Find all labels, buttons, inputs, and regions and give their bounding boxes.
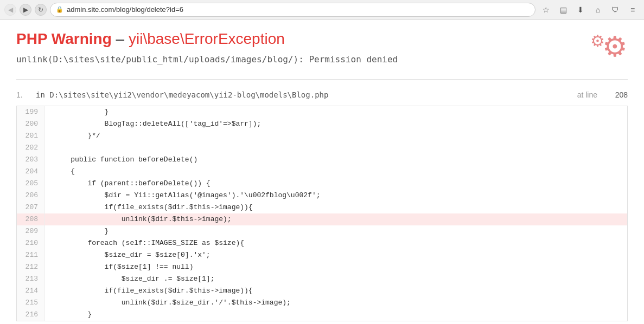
code-line: 213 $size_dir .= $size[1]; [17,273,627,285]
line-content: } [45,309,96,321]
line-number: 215 [17,297,45,309]
line-content: if(file_exists($dir.$this->image)){ [45,202,257,213]
trace-item: 1. in D:\sites\site\yii2\vendor\medeyaco… [16,90,628,99]
line-content: BlogTag::deleteAll(['tag_id'=>$arr]); [45,118,265,130]
code-line: 206 $dir = Yii::getAlias('@images').'\u0… [17,190,627,202]
error-title: PHP Warning – yii\base\ErrorException [16,30,398,48]
line-number: 209 [17,225,45,237]
code-line: 210 foreach (self::IMAGES_SIZE as $size)… [17,237,627,249]
line-content: unlink($dir.$size_dir.'/'.$this->image); [45,297,295,309]
trace-file-path: in D:\sites\site\yii2\vendor\medeyacom\y… [36,90,569,99]
trace-line-number: 208 [606,90,628,99]
line-number: 211 [17,249,45,261]
line-content: if(file_exists($dir.$this->image)){ [45,285,257,297]
menu-button[interactable]: ≡ [626,3,640,17]
line-number: 199 [17,106,45,118]
code-line: 208 unlink($dir.$this->image); [17,213,627,225]
address-bar[interactable]: 🔒 admin.site.com/blog/blog/delete?id=6 [50,3,535,17]
trace-number: 1. [16,90,27,99]
line-content: } [45,225,113,237]
line-content: } [45,106,113,118]
url-text: admin.site.com/blog/blog/delete?id=6 [67,5,530,14]
line-content: if($size[1] !== null) [45,261,197,273]
code-line: 205 if (parent::beforeDelete()) { [17,178,627,190]
line-number: 200 [17,118,45,130]
line-content: $size_dir .= $size[1]; [45,273,219,285]
error-header: PHP Warning – yii\base\ErrorException un… [16,30,628,68]
dash: – [116,30,129,47]
code-block: 199 }200 BlogTag::deleteAll(['tag_id'=>$… [16,106,628,321]
line-content: if (parent::beforeDelete()) { [45,178,215,190]
gear-icon-group: ⚙ ⚙ [584,30,628,68]
code-line: 204 { [17,166,627,178]
code-line: 214 if(file_exists($dir.$this->image)){ [17,285,627,297]
download-button[interactable]: ⬇ [573,3,588,17]
reload-button[interactable]: ↻ [35,4,47,16]
line-number: 207 [17,202,45,213]
code-line: 211 $size_dir = $size[0].'x'; [17,249,627,261]
code-line: 209 } [17,225,627,237]
line-content [45,142,58,154]
stack-trace: 1. in D:\sites\site\yii2\vendor\medeyaco… [16,90,628,99]
reader-view-button[interactable]: ▤ [556,3,570,17]
line-content: $dir = Yii::getAlias('@images').'\u002fb… [45,190,324,202]
browser-chrome: ◀ ▶ ↻ 🔒 admin.site.com/blog/blog/delete?… [0,0,644,20]
line-content: }*/ [45,130,105,142]
line-number: 203 [17,154,45,166]
code-line: 200 BlogTag::deleteAll(['tag_id'=>$arr])… [17,118,627,130]
line-number: 213 [17,273,45,285]
line-number: 204 [17,166,45,178]
line-number: 201 [17,130,45,142]
line-number: 212 [17,261,45,273]
line-number: 205 [17,178,45,190]
at-line-label: at line [577,90,597,99]
line-number: 214 [17,285,45,297]
line-number: 208 [17,213,45,225]
page-content: PHP Warning – yii\base\ErrorException un… [0,20,644,324]
shield-button[interactable]: 🛡 [608,3,622,17]
line-content: $size_dir = $size[0].'x'; [45,249,215,261]
home-button[interactable]: ⌂ [591,3,605,17]
code-line: 199 } [17,106,627,118]
line-content: public function beforeDelete() [45,154,202,166]
code-line: 201 }*/ [17,130,627,142]
code-line: 202 [17,142,627,154]
error-message: unlink(D:\sites\site/public_html/uploads… [16,54,398,64]
warning-label: PHP Warning [16,30,112,47]
lock-icon: 🔒 [56,6,63,13]
line-content: { [45,166,79,178]
line-number: 202 [17,142,45,154]
back-button[interactable]: ◀ [4,4,16,16]
code-line: 212 if($size[1] !== null) [17,261,627,273]
line-number: 206 [17,190,45,202]
error-title-section: PHP Warning – yii\base\ErrorException un… [16,30,398,64]
line-number: 210 [17,237,45,249]
line-content: foreach (self::IMAGES_SIZE as $size){ [45,237,248,249]
code-line: 215 unlink($dir.$size_dir.'/'.$this->ima… [17,297,627,309]
code-line: 216 } [17,309,627,321]
gear-large-icon: ⚙ [602,30,628,63]
forward-button[interactable]: ▶ [20,4,31,16]
bookmark-star-button[interactable]: ☆ [539,3,553,17]
exception-class: yii\base\ErrorException [129,30,285,47]
line-number: 216 [17,309,45,321]
line-content: unlink($dir.$this->image); [45,213,236,225]
code-line: 203 public function beforeDelete() [17,154,627,166]
section-divider [16,79,628,80]
code-line: 207 if(file_exists($dir.$this->image)){ [17,202,627,213]
